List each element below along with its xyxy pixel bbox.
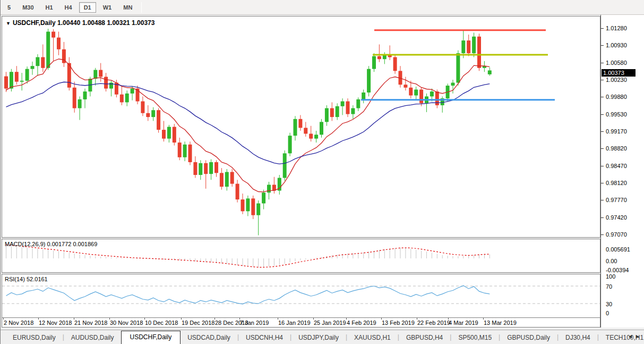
timeframe-button-m30[interactable]: M30 bbox=[18, 2, 38, 13]
candle bbox=[425, 94, 428, 112]
chart-tab-sp500[interactable]: SP500,M15 bbox=[451, 332, 499, 344]
candle bbox=[399, 66, 402, 88]
candle bbox=[414, 87, 418, 99]
candle bbox=[99, 63, 102, 82]
timeframe-button-h1[interactable]: H1 bbox=[41, 2, 58, 13]
price-axis-label: 0.99530 bbox=[606, 111, 627, 118]
date-tick-label: 4 Mar 2019 bbox=[449, 320, 478, 326]
terminal-window: 5M30H1H4D1W1MN ▼USDCHF,Daily 1.00440 1.0… bbox=[0, 0, 644, 344]
price-axis-tick bbox=[601, 217, 604, 218]
candle bbox=[419, 88, 423, 106]
price-axis-label: 1.00580 bbox=[606, 60, 627, 66]
date-tick-label: 22 Feb 2019 bbox=[417, 320, 450, 326]
candle bbox=[141, 96, 144, 116]
candle bbox=[78, 96, 82, 120]
chart-tab-audusd[interactable]: AUDUSD,Daily bbox=[64, 332, 121, 344]
candle bbox=[283, 150, 287, 181]
candle bbox=[178, 138, 182, 160]
candle bbox=[336, 103, 339, 120]
candle bbox=[346, 98, 350, 117]
price-axis-label: 0.97770 bbox=[606, 197, 627, 203]
price-axis-tick bbox=[601, 234, 604, 235]
chart-tab-usdchf[interactable]: USDCHF,Daily bbox=[121, 331, 181, 344]
candle bbox=[125, 90, 129, 106]
candle bbox=[272, 177, 276, 194]
rsi-name: RSI(14) bbox=[5, 276, 25, 282]
chart-tab-xauusd[interactable]: XAUUSD,H1 bbox=[347, 332, 398, 344]
date-tick-label: 7 Jan 2019 bbox=[240, 320, 269, 326]
candle bbox=[51, 29, 55, 61]
timeframe-button-h4[interactable]: H4 bbox=[60, 2, 77, 13]
timeframe-button-d1[interactable]: D1 bbox=[79, 2, 96, 13]
candle bbox=[362, 89, 365, 103]
chart-ohlc-values: 1.00440 1.00488 1.00321 1.00373 bbox=[57, 19, 155, 27]
price-axis-label: 1.00930 bbox=[606, 42, 627, 48]
chart-tab-gbpusd[interactable]: GBPUSD,H4 bbox=[399, 332, 450, 344]
price-axis-label: 1.01280 bbox=[606, 25, 627, 31]
price-chart-panel[interactable]: ▼USDCHF,Daily 1.00440 1.00488 1.00321 1.… bbox=[2, 16, 600, 238]
candle bbox=[341, 98, 345, 115]
candle bbox=[351, 105, 355, 119]
timeframe-button-mn[interactable]: MN bbox=[118, 2, 137, 13]
price-axis-tick bbox=[601, 97, 604, 97]
chart-dropdown-icon[interactable]: ▼ bbox=[6, 21, 11, 26]
candle bbox=[262, 190, 265, 209]
candle bbox=[294, 116, 297, 140]
candle bbox=[367, 66, 371, 96]
candle bbox=[109, 81, 113, 97]
price-axis-tick bbox=[601, 131, 604, 132]
timeframe-toolbar: 5M30H1H4D1W1MN bbox=[1, 0, 644, 15]
candle bbox=[167, 125, 171, 142]
candle bbox=[441, 96, 444, 112]
candle bbox=[209, 159, 213, 180]
candle bbox=[356, 97, 360, 111]
date-tick-label: 21 Nov 2018 bbox=[74, 320, 107, 326]
date-tick-label: 2 Nov 2018 bbox=[4, 320, 33, 326]
chart-tab-usdcnh[interactable]: USDCNH,H4 bbox=[239, 332, 290, 344]
candle bbox=[325, 105, 329, 126]
rsi-line bbox=[6, 286, 490, 304]
tabs-scroll-left-icon[interactable]: ◄ bbox=[628, 333, 635, 339]
price-axis-label: 0.99170 bbox=[606, 128, 627, 135]
date-tick-label: 30 Nov 2018 bbox=[110, 320, 143, 326]
price-axis-tick bbox=[601, 148, 604, 149]
candle bbox=[41, 45, 45, 72]
rsi-plot bbox=[2, 274, 600, 317]
chart-symbol-label: USDCHF,Daily bbox=[13, 19, 56, 27]
candle bbox=[225, 169, 229, 191]
candle bbox=[67, 57, 71, 91]
candle bbox=[320, 119, 323, 138]
date-tick-label: 13 Feb 2019 bbox=[382, 320, 415, 326]
date-axis[interactable]: 2 Nov 201812 Nov 201821 Nov 201830 Nov 2… bbox=[2, 318, 600, 328]
candle bbox=[403, 77, 407, 90]
price-axis-tick bbox=[601, 28, 604, 29]
price-axis-tick bbox=[601, 45, 604, 46]
rsi-panel[interactable]: RSI(14) 52.0161 bbox=[2, 274, 600, 318]
candle bbox=[388, 45, 392, 60]
price-axis-label: 1.00230 bbox=[606, 77, 627, 83]
candle bbox=[104, 73, 108, 91]
candle bbox=[372, 53, 376, 72]
price-axis[interactable]: 1.00373 1.012801.009301.005801.002300.99… bbox=[600, 15, 644, 328]
candlestick-plot[interactable] bbox=[2, 16, 600, 237]
date-tick-label: 12 Nov 2018 bbox=[39, 320, 72, 326]
macd-panel[interactable]: MACD(12,26,9) 0.001772 0.001869 bbox=[2, 239, 600, 273]
timeframe-button-w1[interactable]: W1 bbox=[98, 2, 117, 13]
candle bbox=[256, 200, 260, 236]
tabs-scroll-arrows[interactable]: ◄► bbox=[628, 333, 642, 339]
chart-tab-gbpusd[interactable]: GBPUSD,Daily bbox=[500, 332, 557, 344]
tabs-scroll-right-icon[interactable]: ► bbox=[635, 333, 642, 339]
candle bbox=[483, 61, 486, 72]
candle bbox=[309, 126, 313, 142]
price-axis-tick bbox=[601, 80, 604, 80]
candle bbox=[298, 115, 302, 131]
candle bbox=[314, 131, 318, 142]
rsi-label: RSI(14) 52.0161 bbox=[5, 276, 48, 282]
chart-tab-usdjpy[interactable]: USDJPY,Daily bbox=[291, 332, 346, 344]
candle bbox=[236, 180, 239, 202]
timeframe-button-5[interactable]: 5 bbox=[3, 2, 15, 13]
chart-tab-usdcad[interactable]: USDCAD,Daily bbox=[181, 332, 237, 344]
chart-tab-dj30[interactable]: DJ30,H4 bbox=[559, 332, 597, 344]
candle bbox=[46, 29, 50, 70]
chart-tab-eurusd[interactable]: EURUSD,Daily bbox=[6, 332, 63, 344]
